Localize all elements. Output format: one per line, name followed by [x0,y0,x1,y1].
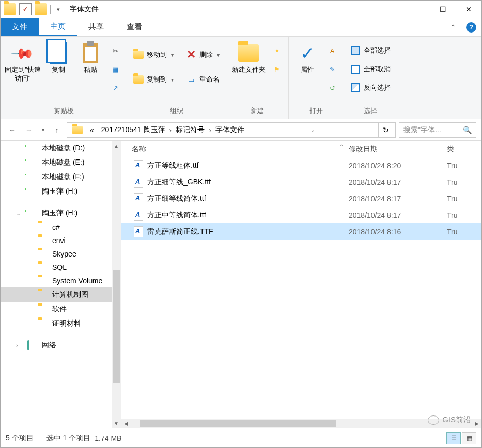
breadcrumb-item[interactable]: 标记符号 [173,124,208,136]
file-name: 方正细等线_GBK.ttf [147,178,211,187]
cut-button[interactable]: ✂ [108,43,122,58]
qat-dropdown-icon[interactable]: ▾ [50,5,63,14]
view-details-button[interactable]: ☰ [446,432,461,444]
chevron-right-icon[interactable]: › [209,126,211,134]
pin-quick-access-button[interactable]: 📌 固定到"快速访问" [5,41,41,83]
tab-share[interactable]: 共享 [77,18,115,36]
history-button[interactable]: ↺ [325,80,339,95]
refresh-button[interactable]: ↻ [378,123,393,137]
maximize-button[interactable]: ☐ [430,1,456,18]
file-row[interactable]: 方正等线粗体.ttf2018/10/24 8:20Tru [121,157,481,174]
breadcrumb-item[interactable]: 2017210541 陶玉萍 [98,124,168,136]
scrollbar-vertical[interactable]: ▲ ▼ [112,141,121,428]
search-input[interactable]: 搜索"字体... 🔍 [399,122,476,138]
file-type: Tru [447,162,481,170]
quick-access-toolbar: ✓ ▾ [1,3,63,15]
paste-button[interactable]: 粘贴 [76,41,105,74]
tree-folder-item[interactable]: c# [1,220,121,234]
rename-button[interactable]: ▭重命名 [184,72,222,87]
tree-folder-item[interactable]: 证明材料 [1,316,121,331]
invert-selection-button[interactable]: 反向选择 [348,80,393,95]
select-none-button[interactable]: 全部取消 [348,61,393,77]
breadcrumb-item[interactable]: 字体文件 [212,124,247,136]
tree-network-item[interactable]: ›网络 [1,338,121,353]
file-name: 雷克萨斯简正线.TTF [147,227,213,236]
new-item-button[interactable]: ✦ [270,43,284,58]
copy-path-button[interactable]: ▦ [108,61,122,77]
tab-file[interactable]: 文件 [1,18,39,36]
properties-qat-icon[interactable]: ✓ [19,3,32,15]
breadcrumb-item[interactable]: « [87,125,97,135]
scroll-down-icon[interactable]: ▼ [112,419,121,428]
tree-folder-item[interactable]: Skypee [1,247,121,261]
minimize-button[interactable]: — [404,1,430,18]
scroll-left-icon[interactable]: ◀ [121,421,131,426]
copyto-icon [133,74,144,85]
easy-access-button[interactable]: ⚑ [270,61,284,77]
sort-indicator-icon: ⌃ [339,143,344,149]
properties-button[interactable]: ✓ 属性 [293,41,322,74]
file-date: 2018/10/24 8:17 [349,211,447,219]
watermark: GIS前沿 [428,415,471,425]
invert-icon [350,83,361,93]
collapse-ribbon-icon[interactable]: ⌃ [445,18,461,36]
file-row[interactable]: 雷克萨斯简正线.TTF2018/10/24 8:16Tru [121,223,481,240]
font-file-icon [134,160,143,171]
tab-home[interactable]: 主页 [39,18,77,36]
file-row[interactable]: 方正中等线简体.ttf2018/10/24 8:17Tru [121,207,481,223]
edit-button[interactable]: ✎ [325,61,339,77]
tree-drive-item[interactable]: 本地磁盘 (D:) [1,141,121,155]
tree-drive-item[interactable]: 本地磁盘 (F:) [1,170,121,184]
ribbon-group-new: 新建文件夹 ✦ ⚑ 新建 [226,37,289,119]
column-type[interactable]: 类 [447,145,481,154]
tree-folder-item[interactable]: SQL [1,261,121,274]
up-button[interactable]: ↑ [50,123,64,137]
address-bar[interactable]: « 2017210541 陶玉萍› 标记符号› 字体文件 ⌄ ↻ [67,122,396,138]
font-file-icon [134,193,143,204]
new-folder-button[interactable]: 新建文件夹 [230,41,267,74]
paste-shortcut-button[interactable]: ↗ [108,80,122,95]
scroll-up-icon[interactable]: ▲ [112,141,121,150]
address-dropdown-icon[interactable]: ⌄ [307,127,318,133]
help-button[interactable]: ? [461,18,481,36]
file-row[interactable]: 方正细等线简体.ttf2018/10/24 8:17Tru [121,190,481,207]
column-name[interactable]: 名称⌃ [121,145,349,154]
move-to-button[interactable]: 移动到▾ [131,47,176,62]
back-button[interactable]: ← [6,123,19,137]
tree-folder-item[interactable]: 计算机制图 [1,287,121,302]
delete-button[interactable]: ✕删除▾ [184,47,222,62]
ribbon-group-organize: 移动到▾ 复制到▾ ✕删除▾ ▭重命名 组织 [127,37,226,119]
copy-to-button[interactable]: 复制到▾ [131,72,176,87]
folder-icon [35,3,47,15]
tab-view[interactable]: 查看 [115,18,153,36]
title-bar: ✓ ▾ 字体文件 — ☐ ✕ [1,1,481,18]
tree-folder-item[interactable]: System Volume [1,274,121,287]
file-type: Tru [447,195,481,203]
scrollbar-thumb[interactable] [113,270,120,383]
forward-button[interactable]: → [22,123,36,137]
chevron-right-icon[interactable]: › [169,126,172,134]
rename-icon: ▭ [186,74,196,85]
copy-icon [48,43,69,63]
column-headers: 名称⌃ 修改日期 类 [121,141,481,157]
pin-icon: 📌 [8,39,38,68]
file-name: 方正等线粗体.ttf [147,161,199,170]
selectnone-icon [350,64,361,74]
tree-folder-item[interactable]: 软件 [1,302,121,316]
scrollbar-thumb[interactable] [140,420,336,427]
file-row[interactable]: 方正细等线_GBK.ttf2018/10/24 8:17Tru [121,174,481,190]
tree-drive-item[interactable]: 陶玉萍 (H:) [1,184,121,199]
tree-drive-item[interactable]: 本地磁盘 (E:) [1,155,121,170]
tree-drive-item-expanded[interactable]: ⌄陶玉萍 (H:) [1,206,121,220]
history-dropdown[interactable]: ▾ [39,123,47,137]
view-large-icons-button[interactable]: ▦ [462,432,476,444]
ribbon: 📌 固定到"快速访问" 复制 粘贴 ✂ ▦ ↗ 剪贴板 移动到▾ 复制到▾ [1,37,481,119]
close-button[interactable]: ✕ [456,1,481,18]
tree-folder-item[interactable]: envi [1,234,121,247]
column-date[interactable]: 修改日期 [349,145,447,154]
open-button[interactable]: A [325,43,339,58]
copy-button[interactable]: 复制 [44,41,73,74]
navigation-pane[interactable]: 本地磁盘 (D:)本地磁盘 (E:)本地磁盘 (F:)陶玉萍 (H:)⌄陶玉萍 … [1,141,121,428]
select-all-button[interactable]: 全部选择 [348,43,393,58]
scroll-right-icon[interactable]: ▶ [472,421,481,426]
